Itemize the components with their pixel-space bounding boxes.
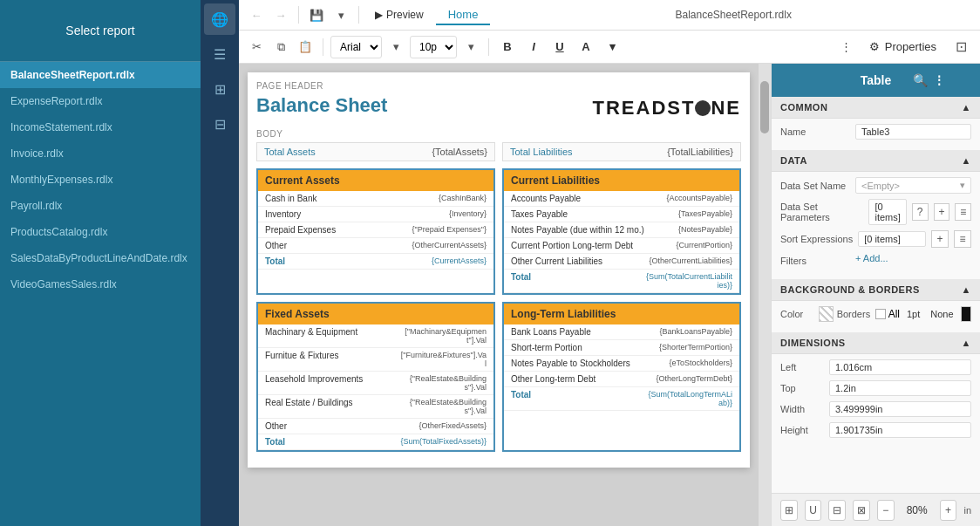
table-row: Other Current Liabilities{OtherCurrentLi… xyxy=(504,254,739,270)
zoom-minus-btn[interactable]: − xyxy=(877,500,895,521)
bg-color-box[interactable] xyxy=(819,306,834,322)
sidebar-item-invoice[interactable]: Invoice.rdlx xyxy=(0,140,201,167)
properties-label: Properties xyxy=(885,40,936,53)
sidebar-title: Select report xyxy=(65,24,134,38)
top-dim-row: Top 1.2in xyxy=(780,380,971,396)
table-row: Cash in Bank{CashInBank} xyxy=(258,191,493,207)
params-add-btn[interactable]: + xyxy=(934,203,950,221)
font-dropdown-icon[interactable]: ▾ xyxy=(385,37,406,58)
left-value[interactable]: 1.016cm xyxy=(829,359,971,375)
width-label: 1pt xyxy=(907,309,920,319)
canvas-area: PAGE HEADER Balance Sheet TREADSTNE BODY… xyxy=(239,64,980,526)
dataset-params-value: [0 items] xyxy=(868,199,906,225)
params-menu-btn[interactable]: ≡ xyxy=(955,203,971,221)
format-toolbar: ✂ ⧉ 📋 Arial ▾ 10pt ▾ B I U A ▾ ⋮ ⚙ Prope… xyxy=(239,31,980,64)
sort-menu-btn[interactable]: ≡ xyxy=(954,230,971,248)
more-btn[interactable]: ⋮ xyxy=(836,37,857,58)
redo-btn[interactable]: → xyxy=(270,4,291,25)
borders-section-header[interactable]: BACKGROUND & BORDERS ▲ xyxy=(772,279,980,301)
cut-btn[interactable]: ✂ xyxy=(246,37,267,58)
zoom-plus-btn[interactable]: + xyxy=(940,500,957,521)
sep2 xyxy=(358,6,359,24)
borders-all-checkbox[interactable]: All xyxy=(875,308,900,320)
longterm-liabilities-header: Long-Term Liabilities xyxy=(504,304,739,324)
canvas-page: PAGE HEADER Balance Sheet TREADSTNE BODY… xyxy=(248,72,750,468)
font-select[interactable]: Arial xyxy=(330,36,382,58)
sort-add-btn[interactable]: + xyxy=(931,230,949,248)
border-footer-btn[interactable]: ⊠ xyxy=(853,500,870,521)
report-list: BalanceSheetReport.rdlxExpenseReport.rdl… xyxy=(0,62,201,526)
common-section-header[interactable]: COMMON ▲ xyxy=(772,97,980,119)
sidebar-item-videogamessales[interactable]: VideoGamesSales.rdlx xyxy=(0,271,201,297)
table-row-total: Total{Sum(TotalLongTermALiab)} xyxy=(504,387,739,411)
canvas-scroll[interactable]: PAGE HEADER Balance Sheet TREADSTNE BODY… xyxy=(239,64,759,526)
sidebar-item-balancesheetreport[interactable]: BalanceSheetReport.rdlx xyxy=(0,62,201,88)
dataset-name-value: <Empty> xyxy=(861,181,900,191)
sidebar-item-salesdatabyproductlineanddate[interactable]: SalesDataByProductLineAndDate.rdlx xyxy=(0,245,201,271)
more-options-icon[interactable]: ⋮ xyxy=(933,73,945,87)
width-value[interactable]: 3.499999in xyxy=(829,401,971,417)
size-select[interactable]: 10pt xyxy=(410,36,457,58)
globe-icon[interactable]: 🌐 xyxy=(204,3,235,35)
save-btn[interactable]: 💾 xyxy=(306,4,327,25)
filters-add-link[interactable]: + Add... xyxy=(855,253,888,263)
all-checkbox[interactable] xyxy=(875,309,886,319)
page-header-label: PAGE HEADER xyxy=(256,81,741,91)
table-footer-btn[interactable]: ⊟ xyxy=(828,500,846,521)
total-assets-label: Total Assets xyxy=(264,147,316,157)
height-label: Height xyxy=(780,425,824,435)
dataset-name-select[interactable]: <Empty> ▾ xyxy=(855,177,971,194)
sidebar-item-payroll[interactable]: Payroll.rdlx xyxy=(0,193,201,219)
underline-btn[interactable]: U xyxy=(548,36,571,58)
preview-label: Preview xyxy=(386,9,424,21)
params-help-btn[interactable]: ? xyxy=(912,203,929,221)
sidebar-item-incomestatement[interactable]: IncomeStatement.rdlx xyxy=(0,114,201,140)
name-value[interactable]: Table3 xyxy=(855,124,971,140)
table-row-total: Total{Sum(TotalCurrentLiabilities)} xyxy=(504,270,739,293)
common-label: COMMON xyxy=(780,102,827,113)
sidebar-item-productscatalog[interactable]: ProductsCatalog.rdlx xyxy=(0,219,201,245)
vertical-scrollbar[interactable] xyxy=(759,64,771,526)
borders-collapse-icon: ▲ xyxy=(962,284,971,295)
bold-btn[interactable]: B xyxy=(496,36,519,58)
color-btn[interactable]: A xyxy=(575,36,597,58)
gear-properties-btn[interactable]: ⚙ Properties xyxy=(861,38,945,56)
panel-toggle-btn[interactable]: ⊡ xyxy=(949,35,973,59)
hierarchy-icon[interactable]: ⊞ xyxy=(204,73,235,105)
undo-btn[interactable]: ← xyxy=(246,4,267,25)
color-dropdown-btn[interactable]: ▾ xyxy=(601,36,623,58)
header-row: Balance Sheet TREADSTNE xyxy=(256,94,741,122)
dimensions-section-header[interactable]: DIMENSIONS ▲ xyxy=(772,332,980,354)
sep4 xyxy=(488,38,489,56)
underline-footer-btn[interactable]: U xyxy=(805,500,822,521)
preview-button[interactable]: ▶ Preview xyxy=(366,6,432,24)
sidebar-item-expensereport[interactable]: ExpenseReport.rdlx xyxy=(0,88,201,114)
sep1 xyxy=(298,6,299,24)
scroll-thumb[interactable] xyxy=(760,81,769,133)
home-tab[interactable]: Home xyxy=(436,5,491,25)
copy-btn[interactable]: ⧉ xyxy=(270,37,291,58)
sidebar-item-monthlyexpenses[interactable]: MonthlyExpenses.rdlx xyxy=(0,167,201,193)
size-dropdown-icon[interactable]: ▾ xyxy=(460,37,481,58)
tables-row-1: Current Assets Cash in Bank{CashInBank} … xyxy=(256,168,741,302)
fixed-assets-table: Fixed Assets Machinary & Equipment["Mach… xyxy=(256,302,495,452)
menu-icon[interactable]: ☰ xyxy=(204,38,235,70)
grid-footer-btn[interactable]: ⊞ xyxy=(780,500,798,521)
border-color-box[interactable] xyxy=(961,306,971,322)
paste-btn[interactable]: 📋 xyxy=(295,37,316,58)
dataset-name-row: Data Set Name <Empty> ▾ xyxy=(780,177,971,194)
width-label: Width xyxy=(780,404,824,414)
search-icon[interactable]: 🔍 xyxy=(913,73,928,87)
italic-btn[interactable]: I xyxy=(522,36,545,58)
table-row: Machinary & Equipment["Machinary&Equipme… xyxy=(258,324,493,348)
height-value[interactable]: 1.901735in xyxy=(829,422,971,438)
top-label: Top xyxy=(780,383,824,393)
unit-label: in xyxy=(963,505,971,516)
current-liabilities-table: Current Liabilities Accounts Payable{Acc… xyxy=(502,168,741,295)
data-section-header[interactable]: DATA ▲ xyxy=(772,150,980,172)
save-dropdown-btn[interactable]: ▾ xyxy=(330,4,351,25)
table-row: Other{OtherFixedAssets} xyxy=(258,419,493,434)
grid-icon[interactable]: ⊟ xyxy=(204,108,235,140)
top-value[interactable]: 1.2in xyxy=(829,380,971,396)
sort-expressions-label: Sort Expressions xyxy=(780,234,853,244)
